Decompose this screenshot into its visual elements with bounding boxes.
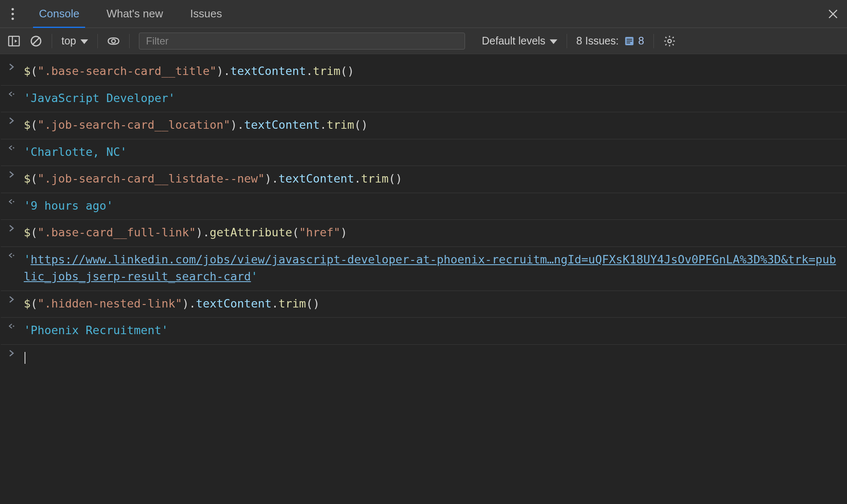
token: ".base-card__full-link" — [38, 226, 196, 239]
tab-console[interactable]: Console — [25, 0, 93, 28]
input-marker-icon — [5, 295, 18, 303]
svg-rect-15 — [626, 40, 632, 41]
more-options-icon[interactable] — [0, 0, 25, 28]
token: () — [389, 172, 403, 185]
svg-point-17 — [668, 39, 671, 43]
tab-label: Console — [39, 7, 79, 20]
token: ( — [30, 226, 37, 239]
chevron-down-icon — [80, 35, 88, 47]
code-content — [24, 349, 843, 366]
code-content: 'JavaScript Developer' — [24, 90, 843, 107]
context-selector[interactable]: top — [61, 35, 88, 47]
token: $ — [24, 226, 30, 239]
output-marker-icon — [5, 251, 18, 259]
token: ".hidden-nested-link" — [38, 297, 182, 310]
log-levels-selector[interactable]: Default levels — [482, 35, 557, 47]
token: $ — [24, 172, 30, 185]
console-input-row: $(".job-search-card__location").textCont… — [1, 112, 846, 139]
output-marker-icon — [5, 197, 18, 205]
input-marker-icon — [5, 170, 18, 178]
toggle-drawer-icon[interactable] — [8, 35, 20, 47]
token: textContent — [244, 118, 320, 131]
chevron-down-icon — [550, 35, 557, 47]
separator — [653, 34, 654, 48]
token: ). — [216, 64, 230, 78]
svg-point-18 — [13, 93, 14, 94]
live-expression-icon[interactable] — [107, 35, 120, 47]
svg-marker-12 — [550, 39, 557, 44]
filter-input[interactable] — [139, 33, 465, 50]
issues-indicator[interactable]: 8 Issues: 8 — [576, 35, 644, 47]
token: 'JavaScript Developer' — [24, 91, 175, 105]
svg-point-22 — [13, 325, 14, 327]
svg-point-11 — [111, 39, 115, 43]
token: textContent — [278, 172, 354, 185]
token: textContent — [230, 64, 306, 78]
output-marker-icon — [5, 90, 18, 97]
code-content: $(".base-search-card__title").textConten… — [24, 63, 843, 80]
tab-label: Issues — [190, 7, 222, 20]
token: 'Charlotte, NC' — [24, 145, 127, 158]
separator — [129, 34, 130, 48]
issues-label: 8 Issues: — [576, 35, 619, 47]
token: . — [306, 64, 313, 78]
token: getAttribute — [210, 226, 292, 239]
separator — [52, 34, 52, 48]
token: . — [354, 172, 361, 185]
issues-count: 8 — [638, 35, 644, 47]
tab-issues[interactable]: Issues — [177, 0, 235, 28]
link[interactable]: https://www.linkedin.com/jobs/view/javas… — [24, 253, 836, 283]
token: () — [354, 118, 368, 131]
issues-badge: 8 — [624, 35, 644, 47]
token: ".job-search-card__location" — [38, 118, 230, 131]
context-label: top — [61, 35, 76, 47]
token: ). — [265, 172, 279, 185]
tab-whats-new[interactable]: What's new — [93, 0, 177, 28]
token: ( — [30, 297, 37, 310]
separator — [567, 34, 567, 48]
svg-marker-7 — [15, 39, 17, 43]
token: $ — [24, 64, 30, 78]
svg-rect-14 — [626, 39, 632, 39]
console-input-row: $(".hidden-nested-link").textContent.tri… — [1, 291, 846, 318]
gear-icon[interactable] — [663, 35, 676, 47]
token: ). — [196, 226, 210, 239]
code-content: $(".base-card__full-link").getAttribute(… — [24, 224, 843, 241]
code-content: 'https://www.linkedin.com/jobs/view/java… — [24, 251, 843, 285]
console-input-row: $(".job-search-card__listdate--new").tex… — [1, 166, 846, 193]
svg-point-20 — [13, 201, 14, 202]
token: ".job-search-card__listdate--new" — [38, 172, 265, 185]
code-content: $(".hidden-nested-link").textContent.tri… — [24, 295, 843, 313]
token: ). — [230, 118, 244, 131]
cursor — [25, 352, 25, 364]
token: 'Phoenix Recruitment' — [24, 324, 168, 337]
close-icon[interactable] — [819, 0, 847, 28]
token: . — [271, 297, 278, 310]
token: ".base-search-card__title" — [38, 64, 217, 78]
token: trim — [361, 172, 389, 185]
console-output-row: 'JavaScript Developer' — [1, 86, 846, 113]
token: ' — [251, 270, 257, 283]
console-output-row: 'Charlotte, NC' — [1, 139, 846, 166]
console-prompt-row[interactable] — [1, 345, 846, 371]
token: $ — [24, 118, 30, 131]
token: trim — [279, 297, 306, 310]
token: ). — [182, 297, 196, 310]
token: () — [306, 297, 320, 310]
code-content: $(".job-search-card__listdate--new").tex… — [24, 170, 843, 188]
code-content: $(".job-search-card__location").textCont… — [24, 116, 843, 134]
console-output[interactable]: $(".base-search-card__title").textConten… — [0, 54, 847, 504]
console-output-row: 'Phoenix Recruitment' — [1, 318, 846, 345]
svg-point-1 — [11, 13, 14, 15]
clear-console-icon[interactable] — [30, 35, 42, 47]
input-marker-icon — [5, 116, 18, 124]
output-marker-icon — [5, 144, 18, 151]
svg-rect-5 — [9, 36, 19, 46]
token: trim — [327, 118, 354, 131]
token: textContent — [196, 297, 271, 310]
token: . — [320, 118, 327, 131]
console-input-row: $(".base-search-card__title").textConten… — [1, 58, 846, 86]
token: "href" — [299, 226, 340, 239]
svg-line-9 — [33, 38, 39, 44]
token: '9 hours ago' — [24, 199, 113, 212]
